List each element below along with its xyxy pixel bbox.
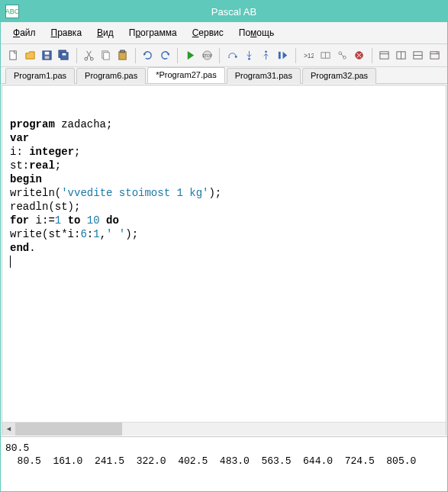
- callstack-button[interactable]: [334, 47, 350, 64]
- new-icon: [8, 50, 19, 61]
- stepover-icon: [227, 50, 238, 61]
- saveall-button[interactable]: [56, 47, 71, 64]
- window4-icon: [429, 50, 440, 61]
- svg-rect-6: [63, 53, 66, 56]
- tab-program27pas[interactable]: *Program27.pas: [147, 67, 225, 83]
- svg-text:STOP: STOP: [202, 54, 212, 58]
- svg-rect-10: [104, 53, 110, 59]
- breakpoint-icon: [353, 50, 365, 61]
- svg-rect-18: [279, 52, 281, 59]
- toolbar-separator: [177, 48, 178, 63]
- run-icon: [185, 50, 196, 61]
- title-bar: ABC Pascal AB: [1, 1, 447, 22]
- breakpoint-button[interactable]: [351, 47, 366, 64]
- window2-icon: [395, 50, 407, 61]
- save-icon: [41, 50, 53, 61]
- toolbar: STOP>123<: [1, 44, 447, 67]
- stop-icon: STOP: [201, 50, 213, 61]
- app-icon: ABC: [5, 5, 19, 18]
- menu-item-сервис[interactable]: Сервис: [186, 25, 230, 40]
- stop-button[interactable]: STOP: [199, 47, 214, 64]
- scroll-left-arrow[interactable]: ◄: [2, 423, 15, 436]
- tab-program1pas[interactable]: Program1.pas: [5, 68, 75, 84]
- code-line: end.: [10, 241, 438, 255]
- save-button[interactable]: [39, 47, 54, 64]
- copy-icon: [100, 50, 111, 61]
- window3-icon: [412, 50, 424, 61]
- menu-item-помощь[interactable]: Помощь: [233, 25, 280, 40]
- svg-point-7: [85, 57, 88, 60]
- callstack-icon: [337, 50, 348, 61]
- menu-item-программа[interactable]: Программа: [123, 25, 183, 40]
- stepover-button[interactable]: [224, 47, 240, 64]
- tab-program32pas[interactable]: Program32.pas: [302, 68, 376, 84]
- svg-rect-3: [45, 56, 50, 59]
- menu-item-вид[interactable]: Вид: [91, 25, 120, 40]
- stepout-icon: [260, 50, 272, 61]
- redo-button[interactable]: [157, 47, 172, 64]
- undo-button[interactable]: [140, 47, 156, 64]
- svg-line-24: [340, 54, 343, 57]
- toolbar-separator: [372, 48, 372, 63]
- stepinto-button[interactable]: [242, 47, 257, 64]
- code-line: write(st*i:6:1,' ');: [10, 227, 438, 241]
- toolbar-separator: [76, 48, 77, 63]
- code-editor[interactable]: program zadacha;vari: integer;st:real;be…: [2, 85, 446, 422]
- toolbar-separator: [135, 48, 136, 63]
- window1-icon: [379, 50, 390, 61]
- new-button[interactable]: [5, 47, 21, 64]
- window4-button[interactable]: [427, 47, 443, 64]
- paste-button[interactable]: [115, 47, 131, 64]
- code-line: var: [10, 131, 438, 145]
- code-line: program zadacha;: [10, 117, 438, 131]
- window1-button[interactable]: [376, 47, 392, 64]
- svg-rect-11: [119, 52, 126, 59]
- stepout-button[interactable]: [259, 47, 274, 64]
- menu-item-правка[interactable]: Правка: [45, 25, 89, 40]
- scroll-thumb[interactable]: [15, 423, 122, 436]
- tab-program31pas[interactable]: Program31.pas: [227, 68, 301, 84]
- watch-button[interactable]: >123<: [301, 47, 316, 64]
- open-icon: [24, 50, 36, 61]
- svg-point-8: [90, 57, 93, 60]
- tab-bar: Program1.pasProgram6.pas*Program27.pasPr…: [1, 67, 447, 84]
- stepinto-icon: [243, 50, 255, 61]
- menu-bar: ФайлПравкаВидПрограммаСервисПомощь: [1, 22, 447, 44]
- menu-item-файл[interactable]: Файл: [7, 25, 42, 40]
- svg-point-17: [265, 50, 267, 53]
- cut-button[interactable]: [82, 47, 97, 64]
- saveall-icon: [58, 50, 69, 61]
- toolbar-separator: [219, 48, 220, 63]
- run-button[interactable]: [182, 47, 198, 64]
- window2-button[interactable]: [394, 47, 409, 64]
- svg-point-15: [235, 56, 237, 58]
- tab-program6pas[interactable]: Program6.pas: [76, 68, 146, 84]
- editor-frame: program zadacha;vari: integer;st:real;be…: [2, 85, 446, 436]
- window3-button[interactable]: [411, 47, 426, 64]
- toolbar-separator: [295, 48, 296, 63]
- paste-icon: [117, 50, 128, 61]
- code-line: st:real;: [10, 159, 438, 172]
- svg-rect-2: [45, 52, 50, 55]
- code-line: for i:=1 to 10 do: [10, 214, 438, 227]
- horizontal-scrollbar[interactable]: ◄: [2, 422, 446, 435]
- locals-icon: [320, 50, 331, 61]
- locals-button[interactable]: [317, 47, 333, 64]
- svg-rect-28: [380, 52, 388, 59]
- redo-icon: [160, 50, 171, 61]
- open-button[interactable]: [22, 47, 37, 64]
- undo-icon: [142, 50, 153, 61]
- watch-icon: >123<: [302, 50, 314, 61]
- svg-text:>123<: >123<: [304, 52, 314, 59]
- copy-button[interactable]: [98, 47, 114, 64]
- runtocursor-button[interactable]: [276, 47, 291, 64]
- cut-icon: [83, 50, 95, 61]
- code-line: writeln('vvedite stoimost 1 kg');: [10, 186, 438, 200]
- output-panel: 80.5 80.5 161.0 241.5 322.0 402.5 483.0 …: [1, 436, 447, 492]
- code-line: i: integer;: [10, 145, 438, 159]
- code-line: readln(st);: [10, 200, 438, 214]
- runtocursor-icon: [277, 50, 288, 61]
- svg-rect-0: [9, 51, 15, 59]
- text-cursor: [10, 256, 11, 268]
- scroll-track[interactable]: [15, 423, 446, 436]
